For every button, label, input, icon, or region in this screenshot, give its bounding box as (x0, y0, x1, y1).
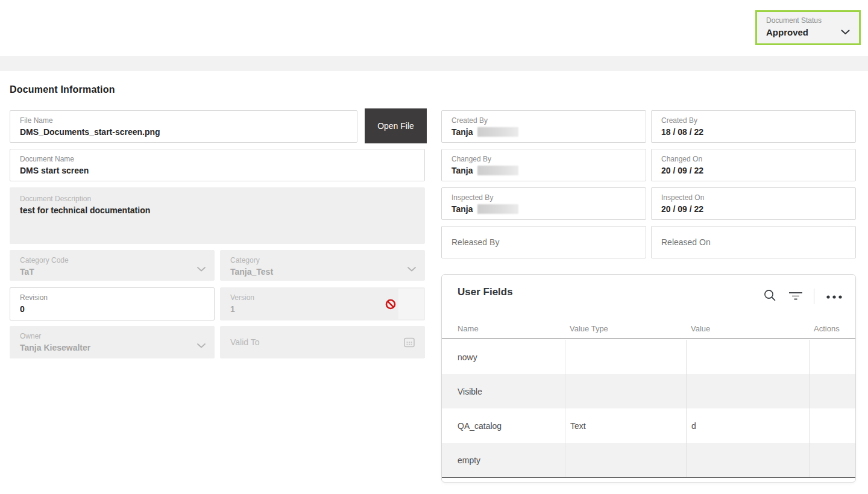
search-button[interactable] (763, 288, 778, 305)
inspected-on-field: Inspected On 20 / 09 / 22 (651, 187, 856, 220)
category-label: Category (230, 256, 415, 264)
blocked-icon (385, 299, 396, 312)
column-header-value-type: Value Type (565, 324, 686, 333)
version-field: Version 1 (220, 287, 425, 320)
cell-actions (809, 443, 855, 477)
table-row[interactable]: empty (442, 443, 855, 477)
document-description-label: Document Description (20, 195, 415, 203)
cell-value (686, 374, 809, 408)
document-description-field[interactable]: Document Description test for technical … (10, 187, 425, 244)
category-code-label: Category Code (20, 256, 204, 264)
cell-value-type (565, 340, 686, 374)
created-on-value: 18 / 08 / 22 (661, 127, 846, 137)
column-header-actions: Actions (809, 324, 855, 333)
filter-icon (788, 291, 803, 302)
category-select: Category Tanja_Test (220, 250, 425, 281)
cell-actions (809, 374, 855, 408)
released-on-field: Released On (651, 226, 856, 258)
chevron-down-icon (197, 340, 206, 351)
user-fields-table-body: nowy Visible QA_catalog Text d empty (442, 340, 855, 477)
inspected-by-label: Inspected By (451, 193, 636, 202)
open-file-button[interactable]: Open File (365, 108, 427, 143)
cell-name: QA_catalog (442, 408, 565, 443)
changed-on-label: Changed On (661, 155, 846, 163)
changed-on-field: Changed On 20 / 09 / 22 (651, 149, 856, 181)
changed-by-field: Changed By Tanja (441, 149, 646, 181)
revision-field[interactable]: Revision 0 (10, 287, 215, 320)
document-description-value: test for technical documentation (20, 205, 415, 215)
inspected-by-field: Inspected By Tanja (441, 187, 646, 220)
document-status-dropdown[interactable]: Document Status Approved (755, 10, 861, 45)
created-by-field: Created By Tanja (441, 110, 646, 143)
inspected-on-label: Inspected On (661, 193, 846, 202)
created-on-label: Created By (661, 116, 846, 125)
toolbar-band (0, 56, 868, 71)
overflow-icon (825, 292, 843, 301)
table-row[interactable]: Visible (442, 374, 855, 408)
document-name-field[interactable]: Document Name DMS start screen (10, 149, 425, 181)
version-valuehelp-strip (398, 289, 424, 319)
search-icon (764, 289, 776, 304)
valid-to-label: Valid To (230, 337, 260, 347)
cell-name: nowy (442, 340, 565, 374)
chevron-down-icon (407, 263, 416, 274)
cell-name: Visible (442, 374, 565, 408)
page-title: Document Information (10, 84, 115, 95)
cell-actions (809, 340, 855, 374)
revision-value: 0 (20, 304, 204, 314)
document-name-value: DMS start screen (20, 166, 415, 175)
changed-by-value: Tanja (451, 166, 473, 175)
cell-value-type (565, 374, 686, 408)
redacted-name (477, 204, 518, 214)
column-header-value: Value (686, 324, 809, 333)
valid-to-datepicker: Valid To (220, 326, 425, 358)
column-header-name: Name (442, 324, 565, 333)
filter-button[interactable] (787, 290, 804, 304)
owner-label: Owner (20, 332, 204, 340)
user-fields-toolbar (763, 288, 844, 305)
chevron-down-icon (841, 27, 850, 37)
redacted-name (477, 166, 518, 175)
released-by-field: Released By (441, 226, 646, 258)
revision-label: Revision (20, 293, 204, 302)
table-bottom-divider (442, 477, 855, 478)
user-fields-panel: User Fields (441, 274, 856, 483)
created-on-field: Created By 18 / 08 / 22 (651, 110, 856, 143)
inspected-by-value: Tanja (451, 204, 473, 214)
cell-value: d (686, 408, 809, 443)
cell-name: empty (442, 443, 565, 477)
user-fields-table-header: Name Value Type Value Actions (442, 319, 855, 339)
owner-select: Owner Tanja Kiesewalter (10, 326, 215, 358)
category-value: Tanja_Test (230, 267, 415, 277)
cell-value (686, 443, 809, 477)
cell-value (686, 340, 809, 374)
file-name-value: DMS_Documents_start-screen.png (20, 127, 347, 137)
inspected-on-value: 20 / 09 / 22 (661, 204, 846, 214)
redacted-name (477, 127, 518, 137)
document-status-label: Document Status (766, 16, 851, 25)
document-name-label: Document Name (20, 155, 415, 163)
chevron-down-icon (197, 263, 206, 274)
cell-value-type: Text (565, 408, 686, 443)
changed-on-value: 20 / 09 / 22 (661, 166, 846, 175)
overflow-menu-button[interactable] (824, 291, 844, 302)
table-row[interactable]: QA_catalog Text d (442, 408, 855, 443)
created-by-label: Created By (451, 116, 636, 125)
calendar-icon (403, 336, 416, 351)
toolbar-divider (814, 289, 814, 304)
cell-actions (809, 408, 855, 443)
owner-value: Tanja Kiesewalter (20, 343, 204, 352)
category-code-select: Category Code TaT (10, 250, 215, 281)
file-name-label: File Name (20, 116, 347, 125)
document-status-value: Approved (766, 27, 851, 37)
released-by-label: Released By (451, 237, 499, 247)
cell-value-type (565, 443, 686, 477)
user-fields-title: User Fields (458, 286, 513, 298)
file-name-field[interactable]: File Name DMS_Documents_start-screen.png (10, 110, 357, 143)
changed-by-label: Changed By (451, 155, 636, 163)
category-code-value: TaT (20, 267, 204, 277)
released-on-label: Released On (661, 237, 711, 247)
created-by-value: Tanja (451, 127, 473, 137)
table-row[interactable]: nowy (442, 340, 855, 374)
